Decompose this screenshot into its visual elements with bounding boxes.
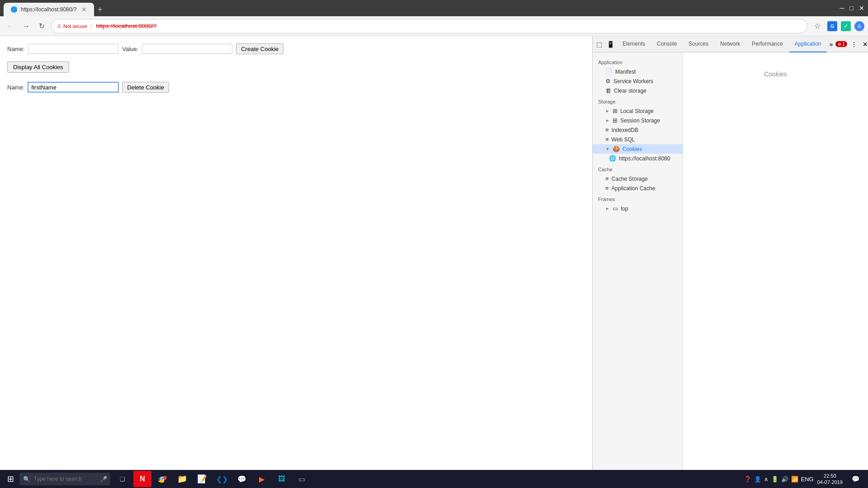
cache-storage-label: Cache Storage bbox=[612, 176, 648, 182]
sidebar-item-session-storage[interactable]: ► ⊞ Session Storage bbox=[593, 116, 683, 125]
forward-button[interactable]: → bbox=[20, 20, 33, 32]
search-icon: 🔍 bbox=[23, 476, 30, 483]
close-button[interactable]: ✕ bbox=[859, 5, 864, 12]
delete-cookie-button[interactable]: Delete Cookie bbox=[122, 82, 169, 93]
security-warning-text: Not secure bbox=[63, 23, 87, 29]
mic-icon[interactable]: 🎤 bbox=[100, 476, 107, 483]
taskbar-sticky[interactable]: 📝 bbox=[193, 471, 211, 487]
start-button[interactable]: ⊞ bbox=[4, 472, 18, 486]
volume-icon: 🔊 bbox=[781, 476, 788, 483]
name-label: Name: bbox=[7, 46, 24, 52]
bookmark-button[interactable]: ☆ bbox=[811, 20, 824, 33]
taskbar-files[interactable]: ▭ bbox=[292, 471, 311, 487]
extension-checked[interactable]: ✓ bbox=[841, 21, 851, 31]
grammarly-extension[interactable]: G bbox=[827, 21, 837, 31]
sidebar-item-manifest[interactable]: 📄 Manifest bbox=[593, 67, 683, 76]
taskbar-discord[interactable]: 💬 bbox=[233, 471, 251, 487]
tab-performance[interactable]: Performance bbox=[746, 36, 788, 52]
taskbar-clock[interactable]: 22:50 04-07-2019 bbox=[817, 473, 843, 486]
clear-storage-icon: 🗑 bbox=[605, 87, 611, 94]
tab-network[interactable]: Network bbox=[715, 36, 745, 52]
browser-tab[interactable]: 🌐 https://localhost:8080/? ✕ bbox=[4, 3, 94, 16]
taskbar-task-view[interactable]: ❑ bbox=[113, 471, 132, 487]
storage-section-label: Storage bbox=[593, 95, 683, 106]
address-separator: | bbox=[91, 23, 92, 29]
sidebar-item-clear-storage[interactable]: 🗑 Clear storage bbox=[593, 86, 683, 95]
minimize-button[interactable]: ─ bbox=[840, 5, 844, 12]
delete-name-input[interactable] bbox=[28, 82, 118, 92]
wifi-icon: 📶 bbox=[791, 476, 798, 483]
tab-elements[interactable]: Elements bbox=[617, 36, 651, 52]
user-avatar[interactable]: A bbox=[854, 21, 864, 31]
devtools-sidebar: Application 📄 Manifest ⚙ Service Workers… bbox=[593, 52, 683, 488]
devtools-device-icon[interactable]: 📱 bbox=[605, 39, 616, 50]
manifest-label: Manifest bbox=[615, 69, 636, 75]
tab-application[interactable]: Application bbox=[789, 36, 827, 52]
tab-console[interactable]: Console bbox=[651, 36, 682, 52]
main-area: Name: Value: Create Cookie Display All C… bbox=[0, 36, 868, 488]
sidebar-item-localhost[interactable]: 🌐 https://localhost:8080 bbox=[593, 154, 683, 163]
tab-title: https://localhost:8080/? bbox=[21, 6, 78, 13]
display-all-cookies-button[interactable]: Display All Cookies bbox=[7, 61, 69, 73]
tab-sources[interactable]: Sources bbox=[683, 36, 714, 52]
web-sql-label: Web SQL bbox=[612, 136, 635, 143]
maximize-button[interactable]: □ bbox=[850, 5, 854, 12]
taskbar-search-input[interactable] bbox=[19, 473, 110, 485]
top-frame-label: top bbox=[621, 206, 628, 212]
taskbar-chrome[interactable] bbox=[153, 471, 171, 487]
refresh-button[interactable]: ↻ bbox=[36, 20, 47, 32]
sidebar-item-web-sql[interactable]: ≡ Web SQL bbox=[593, 135, 683, 144]
sidebar-item-cookies[interactable]: ▼ 🍪 Cookies bbox=[593, 144, 683, 154]
error-count: 1 bbox=[842, 42, 845, 47]
taskbar-photos[interactable]: 🖼 bbox=[273, 471, 291, 487]
delete-name-label: Name: bbox=[7, 84, 24, 91]
taskbar-explorer[interactable]: 📁 bbox=[173, 471, 191, 487]
cookies-label: Cookies bbox=[623, 146, 642, 152]
top-frame-icon: ▭ bbox=[613, 205, 618, 212]
help-icon: ❓ bbox=[744, 476, 751, 483]
devtools-more-tabs[interactable]: » bbox=[828, 39, 835, 50]
taskbar-apps: ❑ N 📁 📝 ❮❯ 💬 ▶ 🖼 ▭ bbox=[113, 471, 311, 487]
language-label: ENG bbox=[801, 476, 814, 483]
delete-cookie-form: Name: Delete Cookie bbox=[7, 82, 585, 93]
taskbar-vscode[interactable]: ❮❯ bbox=[213, 471, 231, 487]
address-bar[interactable]: Not secure | https://localhost:8080/? bbox=[51, 19, 807, 33]
taskbar-media[interactable]: ▶ bbox=[253, 471, 271, 487]
value-input[interactable] bbox=[142, 44, 232, 54]
browser-toolbar: ← → ↻ Not secure | https://localhost:808… bbox=[0, 16, 868, 36]
localhost-icon: 🌐 bbox=[609, 155, 616, 162]
user-icon: 👤 bbox=[754, 476, 761, 483]
devtools-more-options[interactable]: ⋮ bbox=[849, 39, 859, 50]
title-bar: 🌐 https://localhost:8080/? ✕ + ─ □ ✕ bbox=[0, 0, 868, 16]
localhost-label: https://localhost:8080 bbox=[619, 155, 670, 162]
devtools-tabs: ⬚ 📱 Elements Console Sources Network Per… bbox=[593, 36, 868, 52]
sidebar-item-cache-storage[interactable]: ≡ Cache Storage bbox=[593, 174, 683, 183]
error-badge: ⊗ 1 bbox=[835, 41, 847, 47]
date-display: 04-07-2019 bbox=[817, 479, 843, 485]
devtools-panel: ⬚ 📱 Elements Console Sources Network Per… bbox=[592, 36, 868, 488]
create-cookie-button[interactable]: Create Cookie bbox=[236, 43, 283, 54]
cookies-title: Cookies bbox=[764, 70, 787, 78]
local-storage-arrow: ► bbox=[605, 108, 610, 113]
sidebar-item-local-storage[interactable]: ► ⊞ Local Storage bbox=[593, 106, 683, 116]
sidebar-item-application-cache[interactable]: ≡ Application Cache bbox=[593, 183, 683, 193]
devtools-inspect-icon[interactable]: ⬚ bbox=[594, 39, 604, 50]
service-workers-label: Service Workers bbox=[613, 78, 653, 84]
sidebar-item-top-frame[interactable]: ► ▭ top bbox=[593, 204, 683, 213]
chevron-up-icon[interactable]: ∧ bbox=[764, 476, 769, 483]
back-button[interactable]: ← bbox=[4, 20, 16, 32]
indexed-db-icon: ≡ bbox=[605, 127, 609, 133]
local-storage-label: Local Storage bbox=[620, 108, 654, 114]
new-tab-button[interactable]: + bbox=[94, 3, 106, 16]
sidebar-item-indexed-db[interactable]: ≡ IndexedDB bbox=[593, 125, 683, 135]
close-tab-button[interactable]: ✕ bbox=[81, 6, 87, 13]
cookies-arrow: ▼ bbox=[605, 146, 610, 151]
sidebar-item-service-workers[interactable]: ⚙ Service Workers bbox=[593, 76, 683, 86]
taskbar-notifications[interactable]: 💬 bbox=[846, 471, 864, 487]
cookies-icon: 🍪 bbox=[613, 145, 620, 152]
url-text: https://localhost:8080/? bbox=[96, 23, 157, 29]
name-input[interactable] bbox=[28, 44, 118, 54]
create-cookie-form: Name: Value: Create Cookie bbox=[7, 43, 585, 54]
taskbar-netflix[interactable]: N bbox=[133, 471, 151, 487]
devtools-close[interactable]: ✕ bbox=[861, 39, 868, 50]
